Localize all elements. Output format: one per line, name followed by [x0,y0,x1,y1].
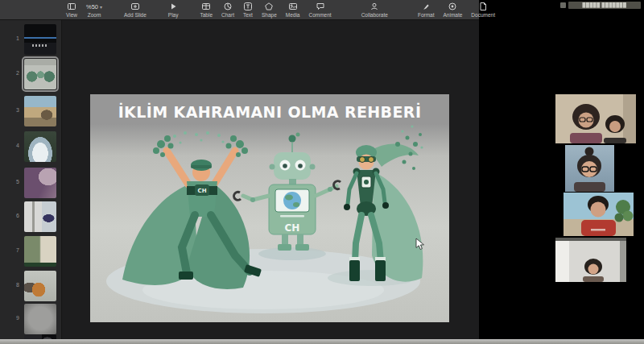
format-brush-icon [421,2,431,11]
toolbar-button-play[interactable]: Play [168,2,179,18]
slide-thumbnail-2-selected[interactable] [24,59,56,89]
keynote-toolbar: View %50 ▾ Zoom Add Slide Play [0,0,479,20]
slide-thumbnail-3[interactable] [24,96,56,126]
person-figure [555,238,626,282]
pie-chart-icon [223,2,233,11]
toolbar-button-document[interactable]: Document [471,2,495,18]
toolbar-zoom-control[interactable]: %50 ▾ Zoom [86,2,102,18]
meeting-window: View %50 ▾ Zoom Add Slide Play [0,0,644,344]
toolbar-label: Play [168,12,179,18]
comment-icon [316,2,325,11]
slide-thumbnail-1[interactable] [24,24,56,55]
toolbar-button-format[interactable]: Format [418,2,435,18]
share-status-icon [560,2,566,8]
toolbar-label: Table [200,12,213,18]
toolbar-label: Comment [308,12,331,18]
person-figure [565,145,614,192]
toolbar-button-add-slide[interactable]: Add Slide [124,2,147,18]
slide-row-6: 6 [0,201,61,234]
toolbar-button-chart[interactable]: Chart [221,2,234,18]
zoom-value: %50 ▾ [86,2,102,11]
toolbar-label: Collaborate [361,12,388,18]
slide-thumbnail-7[interactable] [24,236,56,267]
toolbar-label: Animate [444,12,463,18]
toolbar-label: Text [243,12,253,18]
robot-badge-text: CH [285,222,300,234]
participant-video-4[interactable] [555,238,626,282]
play-icon [168,2,178,11]
chevron-down-icon: ▾ [100,4,102,10]
shape-icon [264,2,274,11]
slide-thumbnail-8[interactable] [24,271,56,301]
document-icon [478,2,488,11]
slide-row-4: 4 [0,131,61,164]
mouse-cursor [415,238,425,251]
add-slide-icon [130,2,140,11]
slide-thumbnail-5[interactable] [24,168,56,198]
robot-figure: CH [234,133,341,251]
toolbar-label: Media [286,12,300,18]
toolbar-button-comment[interactable]: Comment [308,2,331,18]
slide-row-5: 5 [0,168,61,200]
hero-badge-text: CH [198,188,207,194]
participant-video-1[interactable] [555,94,636,143]
window-bottom-edge [0,339,644,344]
slide-canvas[interactable]: İKLİM KAHRAMANI OLMA REHBERİ [62,20,479,339]
slide-row-3: 3 [0,96,61,128]
toolbar-button-animate[interactable]: Animate [444,2,463,18]
toolbar-button-text[interactable]: Text [243,2,253,18]
toolbar-label: View [66,12,77,18]
share-name-tag: █████ ███████ [568,2,641,9]
collaborate-icon [369,2,379,11]
slide-navigator: 1 2 3 4 5 6 7 8 9 [0,20,62,339]
hero-male-figure: CH [122,131,262,289]
slide-row-7: 7 [0,236,61,268]
person-figure [564,193,634,236]
media-icon [288,2,298,11]
toolbar-label: Chart [221,12,234,18]
toolbar-button-view[interactable]: View [66,2,77,18]
toolbar-label: Document [471,12,495,18]
participant-video-2[interactable] [565,145,614,192]
toolbar-label: Shape [262,12,277,18]
slide-row-9: 9 [0,304,61,336]
person-figures [555,94,636,143]
slide-row-1: 1 [0,24,61,56]
toolbar-label: Format [418,12,435,18]
toolbar-button-collaborate[interactable]: Collaborate [361,2,388,18]
current-slide: İKLİM KAHRAMANI OLMA REHBERİ [90,94,449,322]
slide-thumbnail-9[interactable] [24,304,56,334]
toolbar-label: Zoom [88,12,101,18]
climate-heroes-illustration: CH [90,94,449,322]
toolbar-label: Add Slide [124,12,147,18]
slide-thumbnail-6[interactable] [24,201,56,232]
slide-row-2: 2 [0,59,61,91]
toolbar-button-media[interactable]: Media [286,2,300,18]
participant-video-3[interactable] [564,193,634,236]
animate-icon [448,2,457,11]
toolbar-button-shape[interactable]: Shape [262,2,277,18]
slide-row-8: 8 [0,271,61,303]
hero-female-figure [344,125,423,281]
table-icon [201,2,211,11]
keynote-window: View %50 ▾ Zoom Add Slide Play [0,0,479,339]
toolbar-button-table[interactable]: Table [200,2,213,18]
text-icon [243,2,253,11]
view-sidebar-icon [67,2,76,11]
slide-thumbnail-4[interactable] [24,131,56,162]
